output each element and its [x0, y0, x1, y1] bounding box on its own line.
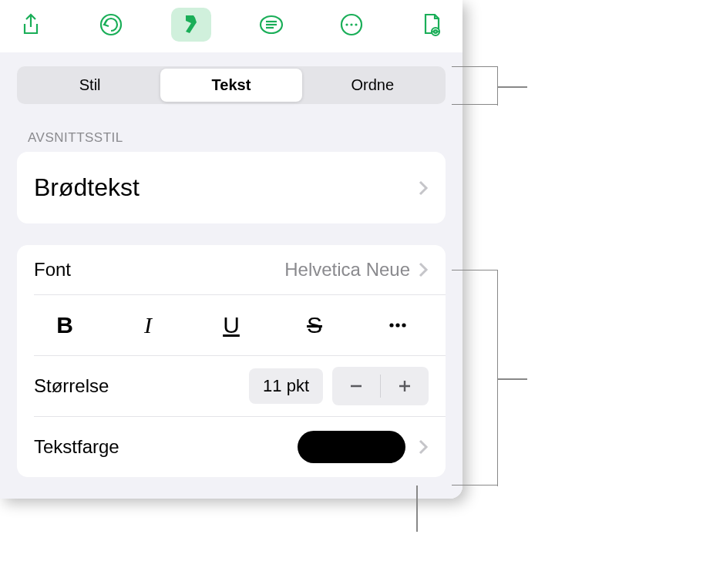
size-increase-button[interactable]: [381, 367, 429, 405]
size-stepper: [332, 367, 429, 405]
chevron-right-icon: [418, 261, 429, 278]
top-toolbar: [0, 0, 462, 52]
more-button[interactable]: [331, 8, 372, 42]
format-panel: Stil Tekst Ordne AVSNITTSSTIL Brødtekst …: [0, 0, 462, 499]
font-label: Font: [34, 259, 284, 281]
format-tabs: Stil Tekst Ordne: [17, 66, 446, 104]
italic-button[interactable]: I: [117, 306, 179, 344]
callout-line: [452, 66, 498, 105]
svg-point-13: [402, 323, 405, 327]
paragraph-style-value: Brødtekst: [34, 173, 418, 202]
insert-button[interactable]: [251, 8, 291, 42]
bold-button[interactable]: B: [34, 306, 96, 344]
svg-point-6: [345, 23, 348, 25]
svg-point-11: [389, 323, 393, 327]
chevron-right-icon: [418, 180, 429, 197]
font-value: Helvetica Neue: [284, 259, 410, 281]
chevron-right-icon: [418, 438, 429, 455]
paragraph-style-row[interactable]: Brødtekst: [17, 152, 446, 223]
text-color-row[interactable]: Tekstfarge: [17, 417, 446, 477]
size-label: Størrelse: [34, 375, 240, 397]
callout-line: [452, 270, 498, 486]
format-content: Stil Tekst Ordne AVSNITTSSTIL Brødtekst …: [0, 52, 462, 499]
text-color-swatch[interactable]: [298, 431, 405, 463]
tab-ordne[interactable]: Ordne: [302, 69, 443, 102]
font-row[interactable]: Font Helvetica Neue: [17, 245, 446, 294]
more-styles-button[interactable]: [367, 306, 429, 344]
svg-point-8: [355, 23, 357, 25]
tab-tekst[interactable]: Tekst: [160, 69, 301, 102]
svg-point-12: [395, 323, 399, 327]
svg-point-10: [434, 30, 437, 33]
paragraph-style-card: Brødtekst: [17, 152, 446, 223]
underline-button[interactable]: U: [200, 306, 262, 344]
size-row: Størrelse 11 pkt: [17, 356, 446, 416]
size-value[interactable]: 11 pkt: [249, 368, 323, 404]
tab-stil[interactable]: Stil: [19, 69, 160, 102]
format-button[interactable]: [171, 8, 211, 42]
font-style-row: B I U S: [17, 295, 446, 355]
share-button[interactable]: [11, 8, 51, 42]
strikethrough-button[interactable]: S: [284, 306, 345, 344]
font-card: Font Helvetica Neue B I U S Størrelse 11…: [17, 245, 446, 477]
size-decrease-button[interactable]: [332, 367, 380, 405]
svg-point-7: [350, 23, 352, 25]
document-view-button[interactable]: [412, 8, 452, 42]
undo-button[interactable]: [91, 8, 131, 42]
text-color-label: Tekstfarge: [34, 436, 298, 458]
